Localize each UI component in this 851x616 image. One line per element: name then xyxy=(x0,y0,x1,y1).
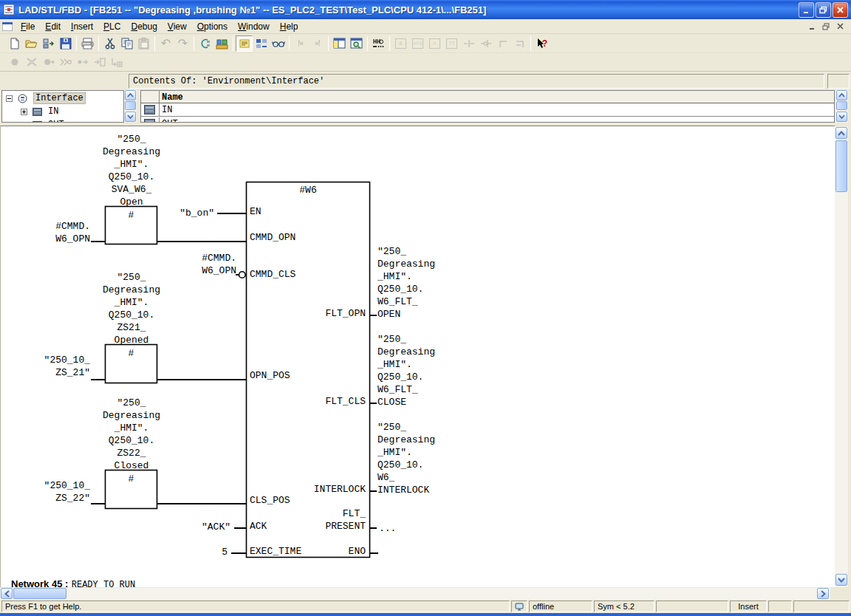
scroll-down-icon[interactable] xyxy=(836,112,847,122)
or-box-icon[interactable]: >=1 xyxy=(409,35,426,52)
new-icon[interactable] xyxy=(6,35,23,52)
table-row-in[interactable]: IN xyxy=(141,103,834,117)
child-close-button[interactable] xyxy=(835,21,847,32)
close-button[interactable] xyxy=(833,2,848,18)
program-elements-icon[interactable] xyxy=(196,35,213,52)
operand-cmmd-w6-opn[interactable]: #CMMD. W6_OPN xyxy=(24,220,90,245)
operand-zs-21[interactable]: "250_10_ ZS_21" xyxy=(24,354,90,379)
menu-view[interactable]: View xyxy=(163,20,192,33)
interface-table[interactable]: Name IN OUT xyxy=(140,90,835,123)
fbd-canvas[interactable]: #W6 # # # "250_ Degreasing _HMI". Q250_1… xyxy=(0,126,835,587)
call-path-icon[interactable] xyxy=(108,54,125,70)
scroll-up-icon[interactable] xyxy=(125,90,136,100)
contact-hash[interactable]: # xyxy=(105,473,157,485)
operand-label-zs21-opened[interactable]: "250_ Degreasing _HMI". Q250_10. ZS21_ O… xyxy=(72,271,191,346)
contact-hash[interactable]: # xyxy=(105,209,157,222)
table-row-out[interactable]: OUT xyxy=(141,117,834,123)
operand-ack[interactable]: "ACK" xyxy=(179,521,230,533)
operand-w6-flt-close[interactable]: "250_ Degreasing _HMI". Q250_10. W6_FLT_… xyxy=(377,333,435,408)
menu-options[interactable]: Options xyxy=(192,20,233,33)
scroll-thumb[interactable] xyxy=(13,588,66,599)
child-minimize-button[interactable] xyxy=(807,21,818,32)
scroll-down-icon[interactable] xyxy=(835,574,847,586)
scroll-down-icon[interactable] xyxy=(125,112,136,122)
operand-flt-present-empty[interactable]: ... xyxy=(379,522,396,535)
contact-hash[interactable]: # xyxy=(105,347,157,360)
scroll-right-icon[interactable] xyxy=(817,588,829,599)
open-icon[interactable] xyxy=(23,35,40,52)
document-icon[interactable] xyxy=(1,21,13,32)
breakpoints-active-icon[interactable] xyxy=(40,54,57,70)
expand-icon[interactable] xyxy=(21,122,27,123)
canvas-vertical-scrollbar[interactable] xyxy=(835,126,848,587)
operand-b-on[interactable]: "b_on" xyxy=(163,207,214,219)
collapse-icon[interactable] xyxy=(6,95,13,102)
expand-icon[interactable] xyxy=(21,109,27,115)
next-error-icon[interactable]: »! xyxy=(309,35,326,52)
menu-debug[interactable]: Debug xyxy=(126,20,162,33)
menu-insert[interactable]: Insert xyxy=(66,20,98,33)
close-branch-icon[interactable] xyxy=(511,35,528,52)
minimize-button[interactable] xyxy=(799,2,814,18)
and-box-icon[interactable]: & xyxy=(392,35,409,52)
operand-label-sva-w6-open[interactable]: "250_ Degreasing _HMI". Q250_10. SVA_W6_… xyxy=(72,133,191,208)
symbol-selection-icon[interactable] xyxy=(253,35,270,52)
title-bar[interactable]: LAD/STL/FBD - [FB251 -- "Degreasing ,bru… xyxy=(0,0,851,19)
operand-cmmd-w6-opn-negated[interactable]: #CMMD. W6_OPN xyxy=(170,252,236,277)
binary-input-icon[interactable] xyxy=(460,35,477,52)
child-restore-button[interactable] xyxy=(821,21,833,32)
table-cell-name[interactable]: OUT xyxy=(162,119,178,123)
interface-tree[interactable]: Interface IN OUT xyxy=(1,90,124,123)
redo-icon[interactable]: ↷ xyxy=(174,35,191,52)
copy-icon[interactable] xyxy=(118,35,135,52)
operand-w6-flt-open[interactable]: "250_ Degreasing _HMI". Q250_10. W6_FLT_… xyxy=(377,245,435,321)
cut-icon[interactable] xyxy=(101,35,118,52)
open-call-icon[interactable] xyxy=(91,54,108,70)
help-arrow-icon[interactable]: ? xyxy=(533,35,550,52)
table-cell-name[interactable]: IN xyxy=(162,105,172,115)
save-icon[interactable] xyxy=(57,35,74,52)
empty-box-icon[interactable]: ?? xyxy=(443,35,460,52)
scroll-thumb[interactable] xyxy=(836,101,847,110)
set-breakpoint-icon[interactable] xyxy=(6,54,23,70)
print-icon[interactable] xyxy=(79,35,96,52)
scroll-up-icon[interactable] xyxy=(836,90,847,100)
tree-item-label[interactable]: Interface xyxy=(33,92,86,104)
open-block-icon[interactable] xyxy=(40,35,57,52)
menu-window[interactable]: Window xyxy=(233,20,275,33)
execute-to-selection-icon[interactable] xyxy=(57,54,74,70)
delete-breakpoints-icon[interactable] xyxy=(23,54,40,70)
scroll-thumb[interactable] xyxy=(125,101,136,110)
negate-input-icon[interactable] xyxy=(477,35,494,52)
paste-icon[interactable] xyxy=(135,35,152,52)
operand-label-zs22-closed[interactable]: "250_ Degreasing _HMI". Q250_10. ZS22_ C… xyxy=(72,397,191,472)
fb-title[interactable]: #W6 xyxy=(246,184,370,196)
new-network-icon[interactable] xyxy=(370,35,387,52)
split-window-icon[interactable] xyxy=(331,35,348,52)
menu-help[interactable]: Help xyxy=(275,20,304,33)
overview-window-icon[interactable] xyxy=(348,35,365,52)
menu-file[interactable]: File xyxy=(16,20,40,33)
previous-error-icon[interactable]: !« xyxy=(292,35,309,52)
scroll-up-icon[interactable] xyxy=(835,127,847,139)
menu-edit[interactable]: Edit xyxy=(40,20,66,33)
table-scrollbar[interactable] xyxy=(835,90,848,123)
tree-item-label[interactable]: OUT xyxy=(48,120,64,123)
canvas-horizontal-scrollbar[interactable] xyxy=(0,588,830,600)
assign-icon[interactable]: = xyxy=(426,35,443,52)
restore-button[interactable] xyxy=(816,2,831,18)
open-branch-icon[interactable] xyxy=(494,35,511,52)
download-icon[interactable] xyxy=(213,35,230,52)
undo-icon[interactable]: ↶ xyxy=(157,35,174,52)
scroll-thumb[interactable] xyxy=(835,140,847,192)
monitor-glasses-icon[interactable] xyxy=(270,35,287,52)
operand-w6-interlock[interactable]: "250_ Degreasing _HMI". Q250_10. W6_ INT… xyxy=(377,421,435,496)
scroll-left-icon[interactable] xyxy=(1,588,13,599)
operand-exec-time-value[interactable]: 5 xyxy=(198,546,228,558)
resume-icon[interactable] xyxy=(74,54,91,70)
network-heading[interactable]: Network 45 : READY TO RUN xyxy=(11,577,135,587)
menu-plc[interactable]: PLC xyxy=(98,20,126,33)
symbol-information-icon[interactable] xyxy=(236,35,253,52)
tree-item-label[interactable]: IN xyxy=(48,106,58,117)
tree-scrollbar[interactable] xyxy=(124,90,137,123)
